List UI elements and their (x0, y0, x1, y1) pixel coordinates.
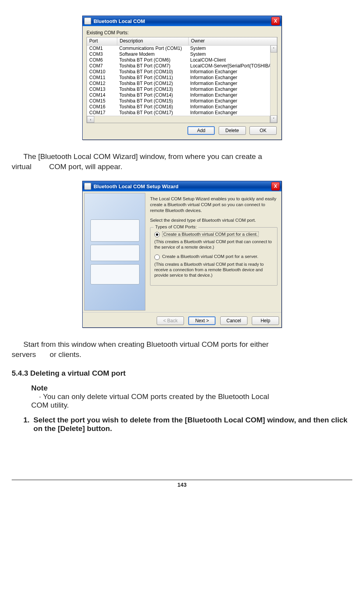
cell-owner: LocalCOM-Client (188, 57, 277, 63)
phone-illustration (90, 245, 140, 261)
dialog1-title: Bluetooth Local COM (94, 18, 271, 24)
note-body-a: · You can only delete virtual COM ports … (12, 392, 352, 401)
ok-button[interactable]: OK (249, 126, 277, 135)
cell-description: Toshiba BT Port (COM16) (117, 104, 188, 110)
cell-owner: System (188, 46, 277, 51)
bluetooth-local-com-dialog: Bluetooth Local COM X Existing COM Ports… (82, 16, 282, 140)
cell-owner: Information Exchanger (188, 87, 277, 92)
cancel-button[interactable]: Cancel (220, 316, 247, 325)
cell-description: Toshiba BT Port (COM13) (117, 87, 188, 92)
add-button[interactable]: Add (187, 126, 215, 135)
doc-paragraph-2b-right: or clients. (50, 350, 81, 359)
cell-port: COM16 (87, 104, 117, 110)
com-port-types-group: Types of COM Ports: Create a Bluetooth v… (150, 227, 277, 285)
scroll-up-icon[interactable]: ˄ (270, 45, 277, 53)
cell-owner: Information Exchanger (188, 81, 277, 87)
cell-description: Toshiba BT Port (COM6) (117, 57, 188, 63)
col-port-header[interactable]: Port (87, 37, 117, 45)
doc-paragraph-1b-left: virtual (12, 162, 32, 171)
cell-description: Toshiba BT Port (COM17) (117, 110, 188, 116)
doc-paragraph-1a: The [Bluetooth Local COM Wizard] window,… (12, 152, 352, 162)
wizard-intro-1: The Local COM Setup Wizard enables you t… (150, 196, 277, 214)
cell-description: Toshiba BT Port (COM12) (117, 81, 188, 87)
radio-client-desc: (This creates a Bluetooth virtual COM po… (154, 239, 273, 250)
vertical-scrollbar[interactable]: ˄ ˅ (270, 45, 277, 123)
cell-port: COM10 (87, 69, 117, 75)
help-button[interactable]: Help (252, 316, 279, 325)
cell-description: Toshiba BT Port (COM14) (117, 92, 188, 98)
laptop-illustration (90, 219, 140, 242)
table-row[interactable]: COM11Toshiba BT Port (COM11)Information … (87, 75, 277, 81)
existing-ports-label: Existing COM Ports: (87, 30, 277, 35)
table-row[interactable]: COM14Toshiba BT Port (COM14)Information … (87, 92, 277, 98)
col-owner-header[interactable]: Owner (189, 37, 277, 45)
cell-description: Communications Port (COM1) (117, 46, 188, 51)
cell-port: COM3 (87, 51, 117, 57)
radio-server[interactable] (154, 254, 160, 260)
cell-owner: Information Exchanger (188, 92, 277, 98)
group-title: Types of COM Ports: (154, 224, 198, 229)
cell-owner: Information Exchanger (188, 104, 277, 110)
scroll-down-icon[interactable]: ˅ (270, 115, 277, 123)
table-row[interactable]: COM7Toshiba BT Port (COM7)LocalCOM-Serve… (87, 63, 277, 69)
horizontal-scrollbar[interactable]: ‹ › (87, 116, 277, 123)
bluetooth-wizard-dialog: Bluetooth Local COM Setup Wizard X The L… (82, 181, 282, 328)
radio-server-desc: (This creates a Bluetooth virtual COM po… (154, 261, 273, 278)
dialog2-titlebar[interactable]: Bluetooth Local COM Setup Wizard X (83, 181, 281, 191)
table-row[interactable]: COM15Toshiba BT Port (COM15)Information … (87, 98, 277, 104)
radio-client[interactable] (154, 232, 160, 237)
cell-description: Toshiba BT Port (COM11) (117, 75, 188, 81)
page-number: 143 (12, 480, 352, 488)
cell-port: COM1 (87, 46, 117, 51)
step-number: 1. (23, 416, 30, 433)
cell-port: COM12 (87, 81, 117, 87)
note-heading: Note (12, 384, 352, 392)
table-row[interactable]: COM10Toshiba BT Port (COM10)Information … (87, 69, 277, 75)
radio-client-label[interactable]: Create a Bluetooth virtual COM port for … (162, 231, 259, 237)
cell-port: COM6 (87, 57, 117, 63)
cell-owner: System (188, 51, 277, 57)
wizard-intro-2: Select the desired type of Bluetooth vir… (150, 217, 277, 223)
table-row[interactable]: COM16Toshiba BT Port (COM16)Information … (87, 104, 277, 110)
table-row[interactable]: COM3Software ModemSystem (87, 51, 277, 57)
step-text: Select the port you wish to delete from … (34, 416, 352, 433)
radio-server-label[interactable]: Create a Bluetooth virtual COM port for … (162, 254, 258, 259)
close-icon[interactable]: X (271, 17, 280, 25)
monitor-illustration (90, 264, 140, 284)
scroll-left-icon[interactable]: ‹ (87, 116, 94, 123)
close-icon[interactable]: X (271, 182, 280, 191)
cell-description: Toshiba BT Port (COM7) (117, 63, 188, 69)
cell-owner: Information Exchanger (188, 110, 277, 116)
next-button[interactable]: Next > (188, 316, 216, 325)
cell-port: COM7 (87, 63, 117, 69)
cell-description: Toshiba BT Port (COM10) (117, 69, 188, 75)
table-row[interactable]: COM13Toshiba BT Port (COM13)Information … (87, 87, 277, 92)
dialog2-title: Bluetooth Local COM Setup Wizard (94, 184, 271, 189)
cell-description: Toshiba BT Port (COM15) (117, 98, 188, 104)
table-row[interactable]: COM12Toshiba BT Port (COM12)Information … (87, 81, 277, 87)
wizard-artwork (84, 193, 145, 311)
doc-paragraph-2b-left: servers (12, 350, 36, 359)
cell-owner: LocalCOM-Server[SerialPort(TOSHIBA (188, 63, 277, 69)
cell-owner: Information Exchanger (188, 69, 277, 75)
dialog1-titlebar[interactable]: Bluetooth Local COM X (83, 16, 281, 26)
table-row[interactable]: COM6Toshiba BT Port (COM6)LocalCOM-Clien… (87, 57, 277, 63)
table-row[interactable]: COM17Toshiba BT Port (COM17)Information … (87, 110, 277, 116)
cell-port: COM13 (87, 87, 117, 92)
note-body-b: COM utility. (12, 401, 352, 410)
cell-description: Software Modem (117, 51, 188, 57)
dialog1-app-icon (84, 18, 91, 25)
doc-paragraph-2a: Start from this window when creating Blu… (12, 339, 352, 350)
com-ports-table: Port Description Owner COM1Communication… (87, 37, 277, 123)
col-description-header[interactable]: Description (117, 37, 189, 45)
delete-button[interactable]: Delete (219, 126, 246, 135)
cell-port: COM15 (87, 98, 117, 104)
cell-owner: Information Exchanger (188, 75, 277, 81)
table-row[interactable]: COM1Communications Port (COM1)System (87, 46, 277, 51)
section-heading: 5.4.3 Deleting a virtual COM port (12, 369, 352, 378)
back-button: < Back (157, 316, 184, 325)
cell-port: COM17 (87, 110, 117, 116)
dialog2-app-icon (84, 183, 91, 190)
cell-port: COM11 (87, 75, 117, 81)
doc-paragraph-1b-right: COM port, will appear. (49, 162, 122, 171)
